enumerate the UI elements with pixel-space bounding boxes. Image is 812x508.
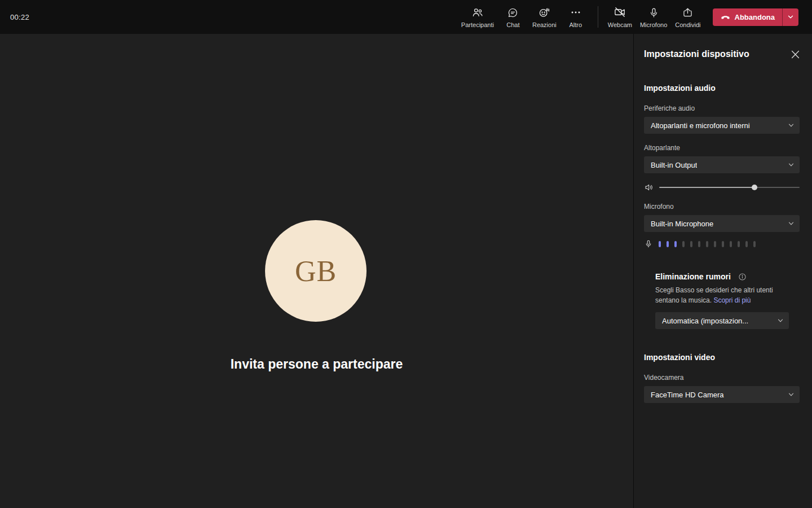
audio-devices-select[interactable]: Altoparlanti e microfono interni xyxy=(644,117,800,134)
noise-suppression-title: Eliminazione rumori xyxy=(655,272,731,281)
webcam-label: Webcam xyxy=(608,21,632,28)
microphone-button[interactable]: Microfono xyxy=(636,4,671,30)
more-button[interactable]: Altro xyxy=(561,4,591,30)
more-label: Altro xyxy=(569,21,582,28)
reactions-label: Reazioni xyxy=(532,21,557,28)
mic-level-bar xyxy=(745,241,748,247)
toolbar-divider xyxy=(598,6,598,28)
mic-level-bar xyxy=(674,241,677,247)
chevron-down-icon xyxy=(788,122,795,129)
camera-value: FaceTime HD Camera xyxy=(651,391,724,399)
noise-suppression-header: Eliminazione rumori xyxy=(655,272,789,281)
reactions-button[interactable]: Reazioni xyxy=(528,4,561,30)
reactions-icon xyxy=(538,6,550,19)
webcam-off-icon xyxy=(614,6,626,19)
chevron-down-icon xyxy=(788,391,795,398)
participants-label: Partecipanti xyxy=(461,21,494,28)
noise-suppression-block: Eliminazione rumori Scegli Basso se desi… xyxy=(655,272,789,329)
chevron-down-icon xyxy=(787,14,794,20)
panel-header: Impostazioni dispositivo xyxy=(644,46,800,62)
more-icon xyxy=(570,6,582,19)
meeting-stage: GB Invita persone a partecipare xyxy=(0,34,633,508)
close-panel-button[interactable] xyxy=(787,46,803,62)
mic-level-bar xyxy=(714,241,716,247)
mic-level-bar xyxy=(667,241,669,247)
leave-label: Abbandona xyxy=(735,13,775,21)
avatar: GB xyxy=(265,220,367,322)
chevron-down-icon xyxy=(777,317,784,324)
mic-level-bars xyxy=(659,241,756,247)
mic-level-bar xyxy=(753,241,756,247)
volume-track xyxy=(659,187,800,188)
microphone-label: Microfono xyxy=(640,21,667,28)
noise-suppression-value: Automatica (impostazion... xyxy=(662,317,748,325)
speaker-label: Altoparlante xyxy=(644,144,800,152)
volume-slider[interactable] xyxy=(659,184,800,191)
audio-section-title: Impostazioni audio xyxy=(644,84,800,93)
leave-button-group: Abbandona xyxy=(713,8,799,26)
chat-label: Chat xyxy=(506,21,519,28)
invite-text: Invita persone a partecipare xyxy=(0,357,633,372)
hangup-icon xyxy=(720,12,731,23)
chat-icon xyxy=(507,6,519,19)
volume-row xyxy=(644,182,800,192)
meeting-topbar: 00:22 Partecipanti Chat xyxy=(0,0,812,34)
learn-more-link[interactable]: Scopri di più xyxy=(713,296,751,304)
video-section-title: Impostazioni video xyxy=(644,353,800,362)
camera-select[interactable]: FaceTime HD Camera xyxy=(644,386,800,403)
mic-level-bar xyxy=(659,241,661,247)
chevron-down-icon xyxy=(788,161,795,168)
device-settings-panel: Impostazioni dispositivo Impostazioni au… xyxy=(633,34,812,508)
meeting-toolbar: Partecipanti Chat Reazion xyxy=(457,0,812,34)
leave-button[interactable]: Abbandona xyxy=(713,8,783,26)
audio-devices-label: Periferiche audio xyxy=(644,104,800,112)
mic-level-row xyxy=(644,239,800,248)
camera-label: Videocamera xyxy=(644,374,800,382)
chevron-down-icon xyxy=(788,220,795,227)
mic-level-bar xyxy=(682,241,685,247)
mic-level-bar xyxy=(706,241,708,247)
close-icon xyxy=(791,50,800,59)
webcam-button[interactable]: Webcam xyxy=(604,4,636,30)
microphone-icon xyxy=(648,6,660,19)
panel-title: Impostazioni dispositivo xyxy=(644,49,749,59)
speaker-icon xyxy=(644,182,654,192)
avatar-initials: GB xyxy=(295,255,337,288)
speaker-value: Built-in Output xyxy=(651,161,697,169)
meeting-timer: 00:22 xyxy=(10,13,29,21)
mic-select[interactable]: Built-in Microphone xyxy=(644,215,800,232)
audio-devices-value: Altoparlanti e microfono interni xyxy=(651,121,750,130)
info-icon[interactable] xyxy=(739,273,746,281)
volume-thumb[interactable] xyxy=(752,185,757,190)
mic-level-bar xyxy=(690,241,692,247)
mic-label: Microfono xyxy=(644,203,800,211)
noise-suppression-select[interactable]: Automatica (impostazion... xyxy=(655,312,789,329)
mic-level-bar xyxy=(730,241,732,247)
speaker-select[interactable]: Built-in Output xyxy=(644,156,800,173)
leave-options-button[interactable] xyxy=(782,8,798,26)
microphone-icon xyxy=(644,239,653,248)
share-icon xyxy=(682,6,694,19)
mic-value: Built-in Microphone xyxy=(651,220,713,228)
mic-level-bar xyxy=(698,241,700,247)
share-label: Condividi xyxy=(675,21,700,28)
participants-icon xyxy=(471,6,484,19)
chat-button[interactable]: Chat xyxy=(498,4,528,30)
mic-level-bar xyxy=(722,241,724,247)
share-button[interactable]: Condividi xyxy=(671,4,704,30)
noise-suppression-description: Scegli Basso se desideri che altri utent… xyxy=(655,285,789,305)
mic-level-bar xyxy=(738,241,740,247)
participants-button[interactable]: Partecipanti xyxy=(457,4,498,30)
